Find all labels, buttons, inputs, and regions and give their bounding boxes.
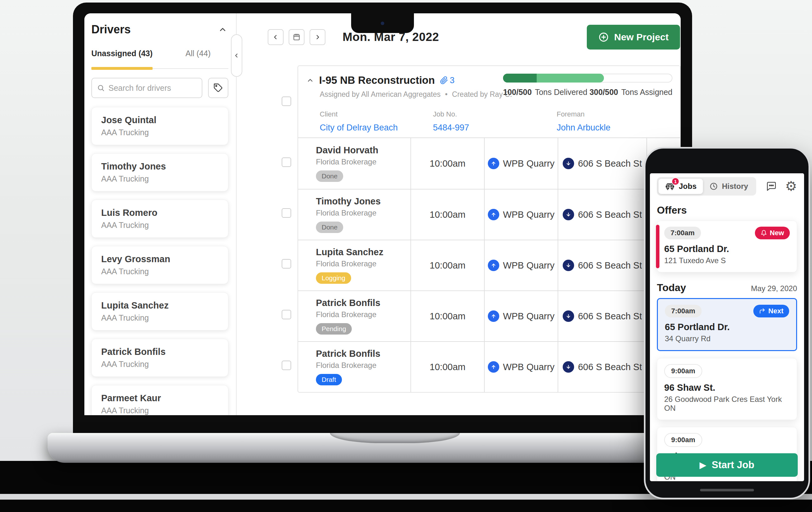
row-driver-name: Patrick Bonfils: [316, 349, 380, 359]
jobs-table: David Horvath Florida Brokerage Done 10:…: [298, 137, 680, 392]
table-row: Patrick Bonfils Florida Brokerage Draft …: [298, 341, 680, 392]
job-card[interactable]: 9:00am 96 Shaw St. 26 Goodwood Park Cres…: [657, 358, 797, 420]
search-icon: [97, 84, 105, 92]
row-checkbox[interactable]: [282, 360, 291, 370]
offer-card[interactable]: 7:00am New 65 Portland Dr. 121 Tuxedo Av…: [657, 221, 797, 272]
sidebar-title: Drivers: [91, 23, 131, 36]
row-driver-company: Florida Brokerage: [316, 310, 377, 319]
phone-home-indicator: [700, 489, 754, 491]
client-label: Client: [320, 110, 433, 118]
row-driver-company: Florida Brokerage: [316, 259, 377, 268]
messages-button[interactable]: [766, 181, 777, 192]
driver-name: Timothy Jones: [101, 161, 219, 172]
driver-card[interactable]: Timothy Jones AAA Trucking: [91, 153, 228, 191]
tab-history[interactable]: History: [703, 179, 755, 194]
search-input[interactable]: [109, 83, 197, 93]
driver-name: Parmeet Kaur: [101, 393, 219, 403]
job-time-pill: 9:00am: [664, 364, 702, 378]
tons-assigned-stat: 300/500Tons Assigned: [589, 88, 672, 97]
driver-list: Jose Quintal AAA Trucking Timothy Jones …: [91, 107, 228, 415]
tons-assigned-label: Tons Assigned: [621, 88, 672, 97]
laptop-notch: [351, 14, 414, 33]
scene: Drivers Unassigned (43) All (44): [0, 0, 812, 512]
row-origin: WPB Quarry: [503, 311, 555, 322]
driver-company: AAA Trucking: [101, 360, 219, 369]
table-row: Patrick Bonfils Florida Brokerage Pendin…: [298, 291, 680, 341]
row-checkbox[interactable]: [282, 259, 291, 269]
foreman-link[interactable]: John Arbuckle: [557, 123, 611, 133]
driver-name: Luis Romero: [101, 208, 219, 218]
destination-arrow-down-icon: [563, 209, 574, 220]
driver-card[interactable]: Parmeet Kaur AAA Trucking: [91, 385, 228, 415]
job-address: 34 Quarry Rd: [665, 334, 789, 343]
driver-card[interactable]: Jose Quintal AAA Trucking: [91, 107, 228, 145]
offer-accent-bar: [656, 225, 660, 268]
paperclip-icon: [440, 76, 448, 84]
row-origin: WPB Quarry: [503, 210, 555, 220]
row-destination: 606 S Beach St: [578, 362, 642, 372]
driver-card[interactable]: Lupita Sanchez AAA Trucking: [91, 292, 228, 330]
client-link[interactable]: City of Delray Beach: [320, 123, 398, 133]
tab-all[interactable]: All (44): [185, 49, 211, 68]
row-driver-name: David Horvath: [316, 145, 378, 156]
row-driver-name: Timothy Jones: [316, 196, 381, 207]
settings-gear-icon[interactable]: ⚙: [785, 180, 797, 193]
row-origin: WPB Quarry: [503, 260, 555, 271]
start-job-button[interactable]: ▶ Start Job: [656, 453, 798, 477]
project-checkbox[interactable]: [282, 97, 291, 106]
tab-jobs[interactable]: 1 Jobs: [659, 179, 703, 194]
calendar-icon: [292, 33, 301, 41]
next-day-button[interactable]: [310, 29, 325, 45]
assigned-by-text: Assigned by All American Aggregates: [320, 90, 441, 99]
job-number-link[interactable]: 5484-997: [433, 123, 469, 133]
collapse-project-button[interactable]: [307, 77, 314, 84]
attachments-link[interactable]: 3: [440, 76, 455, 85]
driver-company: AAA Trucking: [101, 174, 219, 184]
jobs-notification-badge: 1: [671, 178, 679, 185]
tab-unassigned[interactable]: Unassigned (43): [91, 49, 152, 68]
job-time-pill: 9:00am: [664, 433, 702, 447]
offer-job-address: 121 Tuxedo Ave S: [664, 256, 790, 265]
row-driver-company: Florida Brokerage: [316, 209, 377, 217]
table-row: David Horvath Florida Brokerage Done 10:…: [298, 138, 680, 189]
progress-bar: [503, 74, 672, 83]
sidebar-collapse-handle[interactable]: [231, 34, 242, 77]
destination-arrow-down-icon: [563, 158, 574, 169]
row-time: 10:00am: [411, 291, 485, 341]
offer-job-title: 65 Portland Dr.: [664, 244, 790, 254]
driver-name: Levy Grossman: [101, 254, 219, 264]
foreman-label: Foreman: [557, 110, 670, 118]
chevron-up-icon: [307, 77, 314, 84]
chevron-left-icon: [272, 34, 279, 41]
calendar-button[interactable]: [289, 29, 304, 45]
next-job-card[interactable]: 7:00am Next 65 Portland Dr. 34 Quarry Rd: [657, 298, 797, 351]
row-checkbox[interactable]: [282, 208, 291, 218]
offer-time-pill: 7:00am: [664, 227, 701, 239]
tag-filter-button[interactable]: [208, 78, 228, 98]
collapse-drivers-button[interactable]: [218, 25, 227, 34]
row-checkbox[interactable]: [282, 157, 291, 167]
job-title: 96 Shaw St.: [664, 382, 790, 393]
webcam-dot: [381, 22, 384, 25]
table-row: Timothy Jones Florida Brokerage Done 10:…: [298, 189, 680, 240]
driver-name: Jose Quintal: [101, 115, 219, 125]
tons-delivered-label: Tons Delivered: [535, 88, 587, 97]
driver-card[interactable]: Luis Romero AAA Trucking: [91, 200, 228, 238]
job-time-pill: 7:00am: [665, 305, 702, 317]
tag-icon: [213, 83, 223, 93]
tons-delivered-fill: [503, 74, 537, 83]
driver-card[interactable]: Levy Grossman AAA Trucking: [91, 246, 228, 284]
job-address: 26 Goodwood Park Cres East York ON: [664, 395, 790, 413]
prev-day-button[interactable]: [268, 29, 284, 45]
driver-company: AAA Trucking: [101, 313, 219, 323]
tons-delivered-stat: 100/500Tons Delivered: [503, 88, 587, 97]
driver-card[interactable]: Patrick Bonfils AAA Trucking: [91, 339, 228, 377]
origin-arrow-up-icon: [488, 209, 499, 220]
laptop-base-notch: [330, 433, 460, 443]
start-job-label: Start Job: [712, 459, 754, 471]
today-date: May 29, 2020: [751, 284, 797, 293]
row-destination: 606 S Beach St: [578, 260, 642, 271]
new-project-button[interactable]: New Project: [587, 25, 680, 50]
plus-circle-icon: [598, 32, 609, 43]
row-checkbox[interactable]: [282, 310, 291, 319]
